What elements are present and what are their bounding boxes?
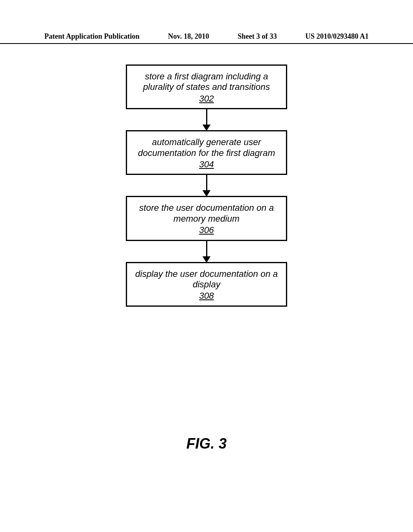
page-header: Patent Application Publication Nov. 18, …: [0, 32, 413, 44]
sheet-number: Sheet 3 of 33: [238, 32, 277, 41]
flow-box-text: display the user documentation on a disp…: [135, 269, 277, 289]
page: Patent Application Publication Nov. 18, …: [0, 0, 413, 532]
arrow-icon: [206, 175, 207, 196]
flow-box-num: 302: [131, 94, 282, 104]
figure-label: FIG. 3: [0, 435, 413, 452]
arrow-icon: [206, 109, 207, 130]
flow-box-num: 306: [131, 225, 282, 235]
flow-box-num: 304: [131, 159, 282, 170]
flow-box-num: 308: [131, 291, 282, 301]
flow-box-304: automatically generate user documentatio…: [126, 130, 287, 175]
flow-box-text: store the user documentation on a memory…: [139, 203, 274, 223]
pub-type: Patent Application Publication: [44, 32, 140, 41]
arrow-icon: [206, 241, 207, 262]
pub-number: US 2010/0293480 A1: [305, 32, 369, 41]
flow-box-308: display the user documentation on a disp…: [126, 262, 287, 307]
flow-box-text: automatically generate user documentatio…: [138, 137, 275, 158]
flow-box-306: store the user documentation on a memory…: [126, 196, 287, 241]
flow-box-text: store a first diagram including a plural…: [143, 71, 270, 92]
pub-date: Nov. 18, 2010: [168, 32, 209, 41]
flow-box-302: store a first diagram including a plural…: [126, 64, 287, 109]
flowchart: store a first diagram including a plural…: [0, 64, 413, 307]
